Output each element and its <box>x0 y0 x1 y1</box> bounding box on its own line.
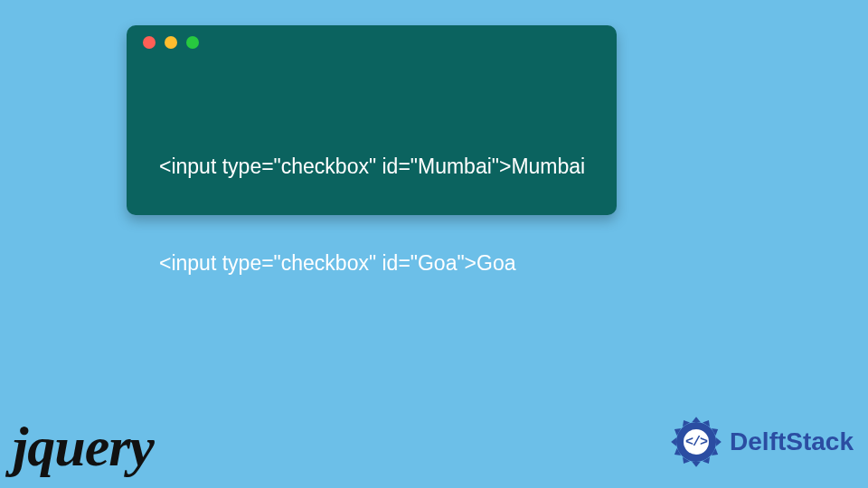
svg-marker-6 <box>692 462 700 467</box>
code-window: <input type="checkbox" id="Mumbai">Mumba… <box>127 25 617 215</box>
close-icon <box>143 36 156 49</box>
window-titlebar <box>127 25 617 60</box>
delftstack-name: DelftStack <box>730 427 854 455</box>
delftstack-emblem: </> <box>670 416 722 468</box>
code-line: <input type="checkbox" id="Goa">Goa <box>159 248 590 280</box>
code-brackets-icon: </> <box>684 429 709 455</box>
code-line: <input type="checkbox" id="Mumbai">Mumba… <box>159 151 590 183</box>
delftstack-text: DelftStack <box>730 427 854 456</box>
zoom-icon <box>186 36 199 49</box>
delftstack-logo: </> DelftStack <box>670 416 854 468</box>
svg-marker-3 <box>716 437 722 446</box>
code-block: <input type="checkbox" id="Mumbai">Mumba… <box>127 60 617 344</box>
minimize-icon <box>165 36 177 49</box>
svg-marker-0 <box>692 417 700 422</box>
svg-marker-9 <box>671 437 676 446</box>
jquery-logo-text: jQuery <box>13 415 154 479</box>
jquery-logo: jQuery <box>13 415 154 479</box>
